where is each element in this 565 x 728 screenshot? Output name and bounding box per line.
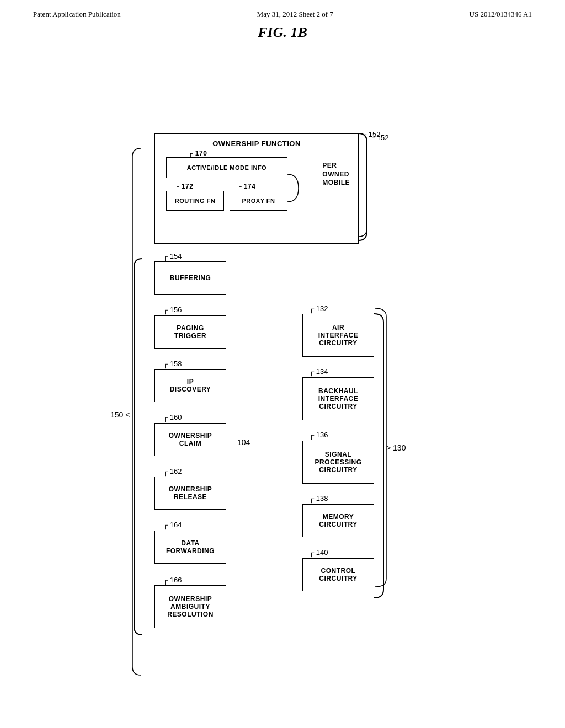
- box-data-forwarding: DATAFORWARDING: [154, 531, 226, 564]
- label-170-inner: ┌ 170: [188, 149, 207, 157]
- box-ip-discovery: IPDISCOVERY: [154, 369, 226, 402]
- header-center: May 31, 2012 Sheet 2 of 7: [257, 10, 333, 19]
- box-proxy-fn: PROXY FN: [230, 191, 287, 211]
- label-172-inner: ┌ 172: [174, 183, 193, 190]
- box-ownership-ambiguity: OWNERSHIPAMBIGUITYRESOLUTION: [154, 585, 226, 628]
- per-owned-mobile-label: PEROWNEDMOBILE: [322, 162, 350, 188]
- box-routing-fn: ROUTING FN: [166, 191, 224, 211]
- label-150: 150 <: [110, 410, 130, 419]
- box-buffering: BUFFERING: [154, 261, 226, 295]
- label-132: ┌ 132: [309, 304, 328, 313]
- label-130: > 130: [386, 443, 406, 452]
- box-paging-trigger: PAGINGTRIGGER: [154, 315, 226, 349]
- label-156: ┌ 156: [163, 306, 182, 314]
- label-164: ┌ 164: [163, 521, 182, 529]
- label-138: ┌ 138: [309, 494, 328, 502]
- label-162: ┌ 162: [163, 467, 182, 475]
- header-right: US 2012/0134346 A1: [470, 10, 532, 19]
- label-174-inner: ┌ 174: [237, 183, 255, 190]
- label-140: ┌ 140: [309, 548, 328, 556]
- label-154: ┌ 154: [163, 252, 182, 260]
- label-104: 104: [237, 438, 250, 447]
- figure-title: FIG. 1B: [0, 24, 565, 41]
- label-160: ┌ 160: [163, 413, 182, 421]
- ownership-fn-label: OWNERSHIP FUNCTION: [155, 140, 358, 148]
- box-backhaul-interface: BACKHAULINTERFACECIRCUITRY: [302, 377, 374, 420]
- box-ownership-function: OWNERSHIP FUNCTION ┌ 170 ACTIVE/IDLE MOD…: [154, 133, 359, 244]
- box-active-idle: ACTIVE/IDLE MODE INFO: [166, 157, 287, 178]
- label-152-ext: ┌ 152: [361, 130, 381, 138]
- box-control-circuitry: CONTROLCIRCUITRY: [302, 558, 374, 591]
- box-memory-circuitry: MEMORYCIRCUITRY: [302, 504, 374, 537]
- box-ownership-claim: OWNERSHIPCLAIM: [154, 423, 226, 456]
- label-136: ┌ 136: [309, 431, 328, 439]
- label-166: ┌ 166: [163, 576, 182, 584]
- box-air-interface: AIRINTERFACECIRCUITRY: [302, 314, 374, 357]
- header-left: Patent Application Publication: [33, 10, 121, 19]
- label-158: ┌ 158: [163, 360, 182, 368]
- box-signal-processing: SIGNALPROCESSINGCIRCUITRY: [302, 441, 374, 484]
- label-134: ┌ 134: [309, 367, 328, 376]
- box-ownership-release: OWNERSHIPRELEASE: [154, 477, 226, 510]
